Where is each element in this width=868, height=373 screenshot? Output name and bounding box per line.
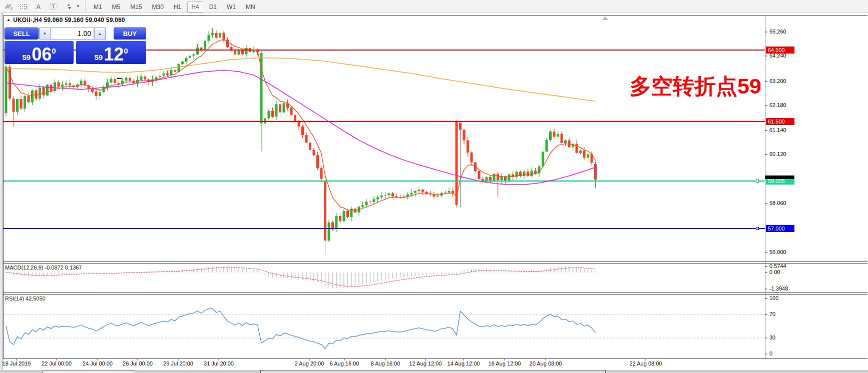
taskbar-fragment	[43, 370, 135, 373]
taskbar-fragment	[260, 370, 606, 373]
chart-frame-top	[3, 16, 867, 16]
price-badge: 57.000	[766, 225, 794, 232]
time-axis-label: 22 Aug 08:00	[630, 360, 662, 366]
time-axis-label: 16 Aug 12:00	[489, 360, 521, 366]
buy-price-main: 12	[104, 46, 124, 62]
price-axis-label: 58.060	[769, 200, 786, 206]
time-axis-line	[3, 358, 867, 359]
chart-text-annotation: 多空转折点59	[630, 72, 761, 101]
timeframe-button-m1[interactable]: M1	[90, 2, 106, 12]
rsi-separator-b	[3, 294, 867, 294]
svg-text:F: F	[26, 7, 28, 10]
sell-button[interactable]: SELL	[5, 28, 39, 40]
volume-decrement-button[interactable]: ▼	[39, 28, 51, 40]
macd-axis-label: -1.3948	[769, 286, 788, 292]
time-axis-label: 26 Jul 00:00	[123, 360, 153, 366]
price-axis-label: 65.260	[769, 28, 786, 34]
mt4-window: E F A T ▼ M1M5M15M30H1H4D1W1MN	[0, 0, 868, 373]
rsi-label: RSI(14) 42.5050	[5, 296, 46, 302]
time-axis-label: 18 Jul 2019	[3, 360, 31, 366]
one-click-trading-panel: SELL ▼ ▲ BUY 59 06 0 59 12 0	[5, 28, 146, 64]
symbol-ohlc-text: UKOil-,H4 59.060 59.160 59.040 59.060	[13, 16, 125, 24]
macd-axis-label: 0.00	[769, 269, 780, 275]
timeframe-button-m15[interactable]: M15	[126, 2, 146, 12]
timeframe-button-m5[interactable]: M5	[108, 2, 125, 12]
window-left-edge	[0, 13, 3, 373]
timeframe-button-d1[interactable]: D1	[205, 2, 221, 12]
volume-increment-button[interactable]: ▲	[94, 28, 106, 40]
text-box-icon[interactable]: T	[47, 1, 60, 12]
hatch-e-icon[interactable]: E	[2, 1, 15, 12]
rsi-axis-label: 30	[769, 334, 775, 340]
sell-price-sup: 0	[52, 41, 56, 61]
macd-separator-b	[3, 263, 867, 264]
buy-price-box[interactable]: 59 12 0	[76, 41, 146, 64]
collapse-arrow-icon[interactable]: ▲	[7, 18, 11, 22]
dropdown-caret-icon[interactable]: ▼	[76, 4, 80, 8]
price-badge: 61.500	[766, 118, 794, 125]
current-price-marker	[765, 176, 794, 179]
timeframe-button-w1[interactable]: W1	[223, 2, 240, 12]
sell-price-box[interactable]: 59 06 0	[5, 41, 74, 64]
hline-handle-blue[interactable]	[756, 227, 759, 230]
price-badge: 64.500	[766, 46, 794, 54]
time-axis-label: 12 Aug 12:00	[409, 360, 442, 366]
chart-title: ▲UKOil-,H4 59.060 59.160 59.040 59.060	[7, 16, 125, 24]
rsi-axis-label: 70	[769, 311, 775, 317]
timeframe-group: M1M5M15M30H1H4D1W1MN	[89, 2, 260, 11]
rsi-separator-a[interactable]	[3, 292, 867, 293]
price-axis-label: 61.140	[769, 127, 786, 133]
hline-handle-green[interactable]	[756, 180, 759, 182]
time-axis-label: 6 Aug 16:00	[330, 360, 359, 366]
time-axis-label: 14 Aug 12:00	[448, 360, 480, 366]
timeframe-button-h1[interactable]: H1	[170, 2, 185, 12]
time-axis-label: 20 Aug 08:00	[530, 360, 562, 366]
timeframe-button-mn[interactable]: MN	[242, 2, 259, 12]
buy-price-prefix: 59	[94, 52, 103, 62]
chart-frame-left	[3, 16, 4, 359]
volume-input[interactable]	[51, 28, 94, 40]
price-axis-label: 63.200	[769, 78, 786, 84]
macd-separator-a[interactable]	[3, 262, 867, 262]
timeframe-button-m30[interactable]: M30	[148, 2, 168, 12]
svg-text:E: E	[11, 7, 13, 10]
timeframe-button-h4[interactable]: H4	[187, 2, 203, 12]
svg-text:A: A	[36, 3, 41, 10]
macd-label: MACD(12,26,9) -0.0872 0.1367	[5, 264, 82, 270]
price-axis-label: 56.000	[769, 249, 786, 255]
sell-price-prefix: 59	[22, 52, 31, 62]
buy-button[interactable]: BUY	[114, 28, 146, 40]
toolbar-separator	[85, 2, 86, 12]
bottom-window-strip	[0, 370, 868, 373]
time-axis-label: 24 Jul 00:00	[83, 360, 113, 366]
time-axis-label: 29 Jul 20:00	[163, 360, 193, 366]
time-axis-label: 22 Jul 00:00	[42, 360, 72, 366]
chart-toolbar: E F A T ▼ M1M5M15M30H1H4D1W1MN	[0, 0, 868, 13]
buy-price-sup: 0	[124, 41, 128, 61]
sell-price-main: 06	[32, 46, 52, 62]
dash-marker	[117, 78, 122, 79]
sort-arrows-icon[interactable]	[62, 1, 75, 12]
rsi-axis-label: 0	[769, 350, 772, 356]
time-axis-label: 2 Aug 20:00	[295, 360, 324, 366]
text-label-icon[interactable]: A	[32, 1, 45, 12]
chart-shift-triangle-icon[interactable]	[602, 16, 608, 20]
time-axis-label: 8 Aug 16:00	[371, 360, 400, 366]
svg-text:T: T	[52, 4, 55, 10]
price-axis-line	[765, 16, 765, 359]
macd-axis-label: 0.5744	[769, 263, 786, 269]
time-axis-label: 31 Jul 20:00	[204, 360, 234, 366]
grid-f-icon[interactable]: F	[17, 1, 30, 12]
rsi-axis-label: 100	[769, 295, 778, 301]
price-axis-label: 62.180	[769, 102, 786, 108]
price-axis-label: 60.120	[769, 151, 786, 157]
